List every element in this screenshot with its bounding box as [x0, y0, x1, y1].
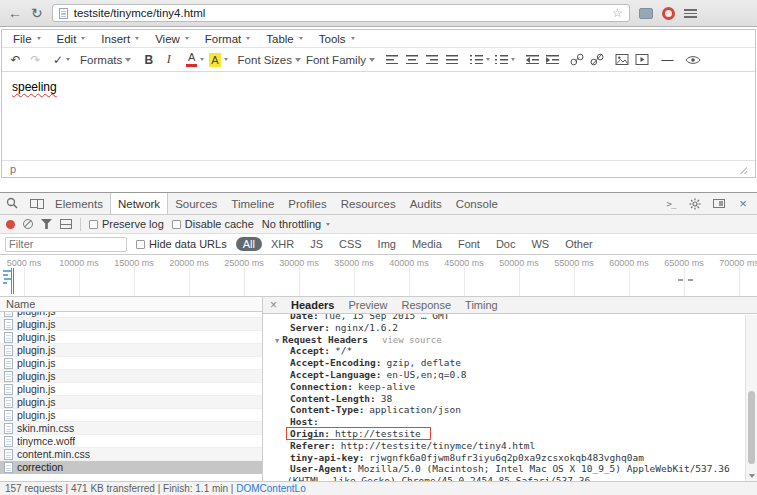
filter-toggle-icon[interactable] [41, 219, 52, 229]
preserve-log-checkbox[interactable]: Preserve log [89, 218, 164, 230]
large-rows-toggle-icon[interactable] [60, 219, 72, 229]
align-justify-button[interactable] [443, 50, 462, 69]
inspect-element-button[interactable] [0, 193, 24, 214]
resource-type-filter[interactable]: Img [371, 237, 403, 251]
request-row[interactable]: plugin.js [0, 318, 262, 331]
resource-type-filter[interactable]: WS [524, 237, 556, 251]
background-color-button[interactable]: A [207, 50, 229, 69]
editor-menu-item[interactable]: Table [258, 30, 311, 47]
resize-grip-icon[interactable] [737, 164, 747, 174]
request-row[interactable]: tinymce.woff [0, 435, 262, 448]
outdent-button[interactable] [523, 50, 542, 69]
horizontal-rule-button[interactable]: — [658, 50, 677, 69]
disclosure-triangle-icon[interactable]: ▼ [275, 337, 279, 345]
resource-type-filter[interactable]: JS [303, 237, 330, 251]
italic-button[interactable]: I [159, 50, 178, 69]
network-overview-timeline[interactable]: 5000 ms 10000 ms 15000 ms 20000 ms 25000… [0, 255, 757, 297]
request-row[interactable]: plugin.js [0, 409, 262, 422]
request-row[interactable]: correction [0, 461, 262, 474]
editor-menu-item[interactable]: File [5, 30, 49, 47]
editor-menu-item[interactable]: Insert [93, 30, 147, 47]
editor-menu-item[interactable]: Tools [311, 30, 363, 47]
formats-dropdown[interactable]: Formats [78, 50, 133, 69]
devtools-tab[interactable]: Profiles [281, 193, 333, 214]
resource-type-filter[interactable]: Font [451, 237, 487, 251]
details-tab[interactable]: Preview [341, 299, 394, 311]
redo-button[interactable]: ↷ [26, 50, 45, 69]
misspelled-word[interactable]: speeling [12, 80, 57, 94]
device-mode-button[interactable] [24, 193, 48, 214]
element-path[interactable]: p [10, 163, 16, 175]
address-bar[interactable]: testsite/tinymce/tiny4.html ☆ [52, 4, 630, 22]
editor-menu-item[interactable]: Edit [49, 30, 94, 47]
resource-type-filter[interactable]: Doc [489, 237, 523, 251]
text-color-button[interactable]: A [184, 50, 206, 69]
devtools-tab[interactable]: Network [110, 193, 168, 214]
preview-button[interactable] [683, 50, 703, 69]
record-button[interactable] [6, 220, 15, 229]
throttling-dropdown[interactable]: No throttling [262, 218, 330, 230]
font-sizes-dropdown[interactable]: Font Sizes [236, 50, 303, 69]
details-tab[interactable]: Timing [458, 299, 505, 311]
clear-requests-button[interactable] [23, 219, 33, 229]
resource-type-filter[interactable]: Other [558, 237, 600, 251]
indent-button[interactable] [543, 50, 562, 69]
devtools-tab[interactable]: Timeline [224, 193, 281, 214]
request-row[interactable]: plugin.js [0, 357, 262, 370]
disable-cache-checkbox[interactable]: Disable cache [172, 218, 254, 230]
undo-button[interactable]: ↶ [6, 50, 25, 69]
dock-side-button[interactable] [707, 199, 731, 208]
resource-type-filter[interactable]: CSS [332, 237, 369, 251]
filter-input[interactable] [5, 237, 127, 252]
bold-button[interactable]: B [139, 50, 158, 69]
align-center-button[interactable] [403, 50, 422, 69]
request-row[interactable]: plugin.js [0, 331, 262, 344]
resource-type-filter[interactable]: Media [405, 237, 449, 251]
request-row[interactable]: plugin.js [0, 383, 262, 396]
browser-menu-icon[interactable] [684, 9, 697, 18]
details-scrollbar[interactable] [745, 315, 757, 481]
devtools-tab[interactable]: Sources [168, 193, 224, 214]
devtools-tab[interactable]: Console [449, 193, 505, 214]
request-row[interactable]: content.min.css [0, 448, 262, 461]
unlink-button[interactable] [588, 50, 607, 69]
resource-type-filter[interactable]: XHR [264, 237, 301, 251]
back-button[interactable]: ← [8, 6, 22, 20]
console-drawer-button[interactable]: >_ [659, 199, 683, 209]
numbered-list-button[interactable] [493, 50, 517, 69]
align-left-button[interactable] [383, 50, 402, 69]
details-close-button[interactable]: × [263, 298, 284, 312]
view-source-link[interactable]: view source [382, 335, 442, 345]
extension-record-icon[interactable] [662, 7, 675, 20]
spellcheck-button[interactable]: ✓ [51, 50, 72, 69]
resource-type-filter[interactable]: All [236, 237, 262, 251]
details-tab[interactable]: Response [395, 299, 459, 311]
devtools-close-button[interactable]: × [731, 196, 755, 211]
align-right-button[interactable] [423, 50, 442, 69]
url-text[interactable]: testsite/tinymce/tiny4.html [74, 7, 206, 19]
request-row[interactable]: plugin.js [0, 344, 262, 357]
extension-icon[interactable] [639, 8, 653, 19]
refresh-button[interactable]: ↻ [31, 6, 43, 20]
request-row[interactable]: skin.min.css [0, 422, 262, 435]
scrollbar-down-arrow-icon[interactable] [749, 474, 755, 478]
bullet-list-button[interactable] [468, 50, 492, 69]
insert-image-button[interactable] [613, 50, 632, 69]
editor-menu-item[interactable]: Format [197, 30, 258, 47]
request-row[interactable]: plugin.js [0, 370, 262, 383]
devtools-tab[interactable]: Audits [403, 193, 449, 214]
request-row[interactable]: plugin.js [0, 396, 262, 409]
hide-data-urls-checkbox[interactable]: Hide data URLs [136, 238, 227, 250]
editor-content[interactable]: speeling [2, 72, 755, 160]
details-tab[interactable]: Headers [284, 299, 341, 311]
link-button[interactable] [568, 50, 587, 69]
devtools-tab[interactable]: Elements [48, 193, 110, 214]
insert-media-button[interactable] [633, 50, 652, 69]
font-family-dropdown[interactable]: Font Family [304, 50, 377, 69]
editor-menu-item[interactable]: View [147, 30, 197, 47]
name-column-header[interactable]: Name [0, 297, 262, 312]
scrollbar-thumb[interactable] [748, 391, 755, 464]
devtools-tab[interactable]: Resources [334, 193, 403, 214]
bookmark-star-icon[interactable]: ☆ [612, 6, 623, 20]
settings-gear-icon[interactable] [683, 198, 707, 210]
